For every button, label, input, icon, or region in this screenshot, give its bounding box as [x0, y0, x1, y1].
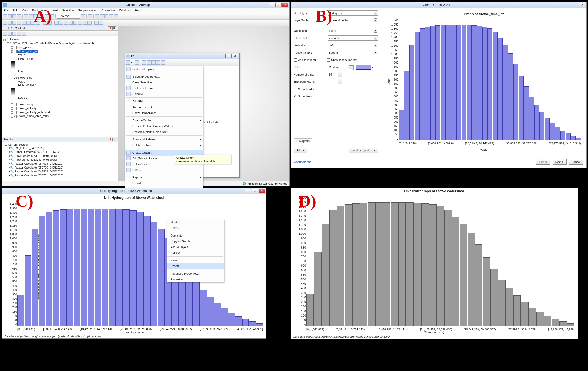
layer-stowe-time[interactable]: Stowe_time — [17, 76, 32, 79]
copy-icon[interactable] — [29, 14, 33, 18]
menu-item[interactable]: Print... — [125, 167, 203, 173]
search-icon[interactable] — [114, 14, 118, 18]
select-features-icon[interactable] — [43, 21, 47, 25]
find-route-icon[interactable] — [83, 21, 87, 25]
clear-selection-icon[interactable] — [47, 21, 52, 25]
redo-icon[interactable] — [50, 14, 54, 18]
load-template-button[interactable]: Load Template... ▾ — [349, 147, 378, 153]
menu-insert[interactable]: Insert — [49, 8, 60, 13]
menu-item[interactable]: Select By Attributes... — [125, 74, 203, 79]
related-icon[interactable] — [135, 60, 139, 65]
menu-item[interactable]: ✓Show Field Aliases — [125, 110, 203, 116]
menu-item[interactable]: Copy as Graphic — [167, 238, 224, 244]
histogram-tab[interactable]: Histogram — [294, 138, 312, 144]
scale-dropdown-icon[interactable] — [81, 14, 85, 18]
close-button[interactable]: ✕ — [282, 3, 288, 7]
cancel-button[interactable]: Cancel — [569, 159, 583, 165]
add-data-icon[interactable] — [88, 14, 92, 18]
menu-help[interactable]: Help — [133, 8, 143, 13]
add-series-button[interactable]: Add ▾ — [294, 147, 307, 153]
menu-windows[interactable]: Windows — [117, 8, 133, 13]
toolbox-icon[interactable] — [95, 14, 99, 18]
haxis-combo[interactable]: Bottom▾ — [328, 50, 378, 55]
results-item[interactable]: +🔧 Raster Calculator [035751_04052020] — [3, 174, 116, 177]
pin-icon[interactable]: 📌 — [108, 26, 112, 30]
show-border-checkbox[interactable] — [294, 88, 297, 91]
layer-pour-point[interactable]: Pour_point — [17, 46, 31, 49]
layer-stowe-weight[interactable]: Stowe_weight — [17, 103, 35, 106]
results-tree[interactable]: -🗀 Current Session +🔧 Int [111630_040520… — [2, 142, 118, 181]
menu-item[interactable]: Export... — [125, 180, 203, 186]
save-icon[interactable] — [12, 14, 16, 18]
title-bar[interactable]: Untitled - ArcMap ─ □ ✕ — [2, 2, 289, 8]
undo-icon[interactable] — [45, 14, 49, 18]
menu-item[interactable]: Related Tables▸ — [125, 142, 203, 148]
print-icon[interactable] — [17, 14, 21, 18]
layer-stowe-velocity-unlimited[interactable]: Stowe_velocity_unlimited — [17, 110, 50, 114]
map-scale-input[interactable] — [57, 14, 80, 19]
maximize-button[interactable]: □ — [252, 189, 258, 193]
menu-customize[interactable]: Customize — [99, 8, 117, 13]
layer-stowe-velocity[interactable]: Stowe_velocity — [17, 107, 37, 110]
menu-item[interactable]: Duplicate — [167, 233, 224, 238]
list-by-source-icon[interactable] — [8, 32, 12, 36]
results-item[interactable]: +🔧 Raster Calculator [050700_04052020] — [3, 166, 116, 170]
menu-item[interactable]: Advanced Properties... — [167, 271, 224, 276]
chart-context-menu[interactable]: Identify...Print...DuplicateCopy as Grap… — [167, 219, 224, 282]
goto-xy-icon[interactable] — [87, 21, 92, 25]
table-close-button[interactable]: ✕ — [232, 54, 238, 58]
next-button[interactable]: Next > — [553, 159, 567, 165]
close-panel-icon[interactable]: ✕ — [112, 26, 116, 30]
color-swatch[interactable] — [356, 65, 371, 70]
table-options-icon[interactable] — [126, 60, 130, 65]
modelbuilder-icon[interactable] — [104, 14, 108, 18]
zoom-out-icon[interactable] — [8, 21, 12, 25]
zoom-in-icon[interactable] — [3, 21, 7, 25]
menu-edit[interactable]: Edit — [11, 8, 20, 13]
color-combo[interactable]: Custom▾ — [328, 65, 354, 70]
menu-view[interactable]: View — [20, 8, 30, 13]
layer-stowe-time-int[interactable]: Stowe_time_int — [17, 50, 38, 53]
layer-stowe-slope-area-term[interactable]: Stowe_slope_area_term — [17, 114, 49, 118]
menu-item[interactable]: Turn All Fields On — [125, 104, 203, 110]
results-item[interactable]: +🔧 Int [111630_04052020] — [3, 146, 116, 150]
hyperlink-icon[interactable] — [64, 21, 68, 25]
value-field-combo[interactable]: Value▾ — [328, 28, 378, 33]
menu-item[interactable]: Print... — [167, 225, 224, 231]
close-panel-icon[interactable]: ✕ — [112, 138, 116, 141]
delete-icon[interactable] — [38, 14, 42, 18]
switch-selection-icon[interactable] — [147, 60, 151, 65]
results-item[interactable]: +🔧 Raster Calculator [042555_04052020] — [3, 170, 116, 174]
menu-selection[interactable]: Selection — [60, 8, 76, 13]
table-options-menu[interactable]: Find and Replace...Select By Attributes.… — [125, 66, 203, 192]
minimize-button[interactable]: ─ — [269, 3, 275, 7]
list-by-selection-icon[interactable] — [17, 32, 21, 36]
menu-item[interactable]: Restore Default Column Widths — [125, 123, 203, 129]
chart-area[interactable]: Unit Hydrograph of Stowe Watershed Count… — [2, 194, 266, 338]
pin-icon[interactable]: 📌 — [108, 138, 112, 141]
back-button[interactable]: < Back — [536, 159, 550, 165]
maximize-button[interactable]: □ — [275, 3, 282, 7]
pan-icon[interactable] — [12, 21, 16, 25]
results-item[interactable]: +🔧 Zonal Histogram [075734_04052020] — [3, 150, 116, 154]
options-icon[interactable] — [22, 32, 26, 36]
next-extent-icon[interactable] — [36, 21, 40, 25]
results-root[interactable]: Current Session — [8, 143, 29, 146]
show-labels-checkbox[interactable] — [327, 58, 330, 62]
graph-type-combo[interactable]: Histogram▾ — [328, 10, 378, 16]
paste-icon[interactable] — [33, 14, 38, 18]
measure-icon[interactable] — [73, 21, 77, 25]
fixed-zoom-in-icon[interactable] — [22, 21, 26, 25]
menu-file[interactable]: File — [2, 8, 11, 13]
layer-combo[interactable]: Stowe_time_int▾ — [328, 18, 378, 23]
find-icon[interactable] — [78, 21, 82, 25]
bins-spinner[interactable]: 35 — [328, 72, 342, 77]
results-item[interactable]: +🔧 Flow Length [063739_04052020] — [3, 158, 116, 162]
add-to-legend-checkbox[interactable] — [294, 58, 297, 62]
wizard-close-button[interactable]: ✕ — [579, 3, 585, 7]
select-by-attr-icon[interactable] — [142, 60, 146, 65]
fixed-zoom-out-icon[interactable] — [26, 21, 31, 25]
delete-selected-icon[interactable] — [161, 60, 165, 65]
menu-item[interactable]: Arrange Tables▸ — [125, 118, 203, 123]
menu-item[interactable]: Switch Selection — [125, 85, 203, 91]
